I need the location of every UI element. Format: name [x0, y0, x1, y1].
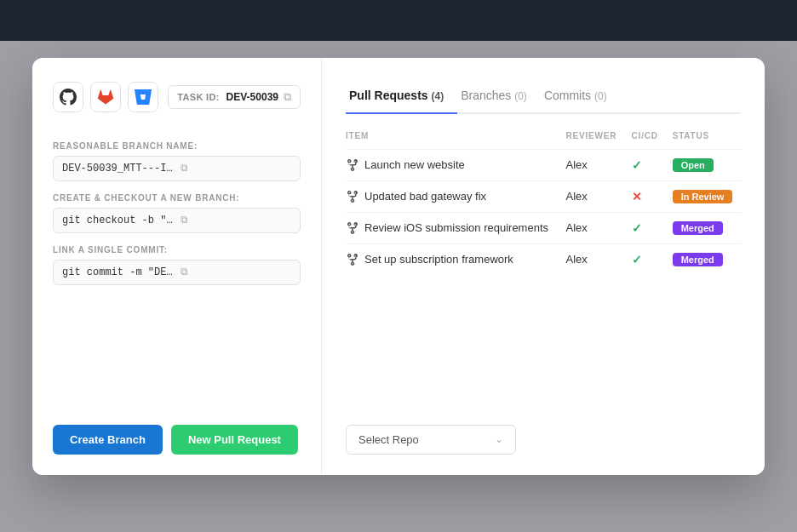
- status-badge: In Review: [673, 190, 733, 203]
- tab-branches[interactable]: Branches (0): [457, 82, 541, 114]
- pr-merge-icon: [346, 221, 359, 235]
- tab-branches-label: Branches: [461, 89, 511, 102]
- commit-value: git commit -m "DEV-50039 - MTT - Indicat…: [62, 266, 174, 278]
- table-row[interactable]: Review iOS submission requirements Alex✓…: [346, 212, 741, 243]
- branch-name-value: DEV-50039_MTT---Indicate-which-users-c..…: [62, 163, 174, 174]
- pr-title-cell-1: Updated bad gateway fix: [346, 180, 559, 212]
- task-id-copy-icon[interactable]: ⧉: [284, 90, 291, 104]
- tab-commits[interactable]: Commits (0): [541, 82, 621, 114]
- pr-table: ITEM REVIEWER CI/CD STATUS Launch new we…: [346, 131, 741, 275]
- task-id-label: TASK ID:: [177, 92, 219, 102]
- pr-reviewer-3: Alex: [559, 243, 624, 275]
- col-item: ITEM: [346, 131, 559, 150]
- modal: TASK ID: DEV-50039 ⧉ REASONABLE BRANCH N…: [32, 58, 765, 475]
- pr-title-cell-3: Set up subscription framework: [346, 243, 559, 275]
- chevron-down-icon: ⌄: [495, 433, 503, 445]
- pr-status-0: Open: [666, 149, 741, 180]
- pr-merge-icon: [346, 253, 359, 266]
- checkout-value: git checkout -b "DEV-50039_MTT---Indica.…: [62, 215, 174, 226]
- ci-pass-icon: ✓: [632, 221, 642, 235]
- table-row[interactable]: Set up subscription framework Alex✓Merge…: [346, 243, 741, 275]
- icon-row: TASK ID: DEV-50039 ⧉: [53, 82, 301, 112]
- pr-title: Updated bad gateway fix: [364, 190, 486, 203]
- commit-field: git commit -m "DEV-50039 - MTT - Indicat…: [53, 260, 301, 285]
- pr-status-2: Merged: [666, 212, 741, 243]
- col-reviewer: REVIEWER: [559, 131, 624, 150]
- checkout-field: git checkout -b "DEV-50039_MTT---Indica.…: [53, 208, 301, 233]
- pr-cicd-3: ✓: [625, 243, 666, 275]
- new-pull-request-button[interactable]: New Pull Request: [171, 425, 298, 455]
- col-status: STATUS: [666, 131, 741, 150]
- task-id-box: TASK ID: DEV-50039 ⧉: [168, 85, 301, 109]
- commit-copy-icon[interactable]: ⧉: [181, 266, 292, 278]
- ci-pass-icon: ✓: [632, 158, 642, 172]
- commit-label: LINK A SINGLE COMMIT:: [53, 245, 301, 255]
- pr-title-cell-0: Launch new website: [346, 149, 559, 180]
- status-badge: Merged: [673, 221, 723, 235]
- tab-pr-label: Pull Requests: [349, 89, 428, 102]
- bottom-row: Select Repo ⌄: [346, 408, 741, 455]
- task-id-value: DEV-50039: [226, 91, 278, 103]
- pr-cicd-2: ✓: [625, 212, 666, 243]
- pr-title-cell-2: Review iOS submission requirements: [346, 212, 559, 243]
- ci-pass-icon: ✓: [632, 253, 642, 266]
- checkout-label: CREATE & CHECKOUT A NEW BRANCH:: [53, 193, 301, 203]
- pr-reviewer-2: Alex: [559, 212, 624, 243]
- branch-name-label: REASONABLE BRANCH NAME:: [53, 141, 301, 151]
- tab-branches-count: (0): [514, 90, 527, 102]
- github-icon-button[interactable]: [53, 82, 83, 112]
- tabs-row: Pull Requests (4) Branches (0) Commits (…: [346, 82, 741, 114]
- status-badge: Open: [673, 158, 714, 172]
- pr-title: Set up subscription framework: [364, 253, 513, 266]
- tab-commits-count: (0): [594, 90, 607, 102]
- gitlab-icon-button[interactable]: [90, 82, 121, 112]
- bottom-buttons: Create Branch New Pull Request: [53, 425, 301, 455]
- checkout-copy-icon[interactable]: ⧉: [181, 215, 292, 226]
- create-branch-button[interactable]: Create Branch: [53, 425, 163, 455]
- table-row[interactable]: Updated bad gateway fix Alex✕In Review: [346, 180, 741, 212]
- left-panel: TASK ID: DEV-50039 ⧉ REASONABLE BRANCH N…: [32, 58, 322, 475]
- pr-reviewer-0: Alex: [559, 149, 624, 180]
- pr-cicd-0: ✓: [625, 149, 666, 180]
- repo-select-label: Select Repo: [358, 433, 419, 446]
- status-badge: Merged: [673, 253, 723, 266]
- bitbucket-icon-button[interactable]: [128, 82, 158, 112]
- pr-cicd-1: ✕: [625, 180, 666, 212]
- tab-commits-label: Commits: [544, 89, 591, 102]
- pr-status-3: Merged: [666, 243, 741, 275]
- table-row[interactable]: Launch new website Alex✓Open: [346, 149, 741, 180]
- pr-merge-icon: [346, 190, 359, 203]
- pr-reviewer-1: Alex: [559, 180, 624, 212]
- ci-fail-icon: ✕: [632, 190, 642, 203]
- tab-pull-requests[interactable]: Pull Requests (4): [346, 82, 457, 114]
- pr-title: Review iOS submission requirements: [364, 221, 548, 234]
- right-panel: Pull Requests (4) Branches (0) Commits (…: [322, 58, 765, 475]
- branch-name-field: DEV-50039_MTT---Indicate-which-users-c..…: [53, 156, 301, 181]
- pr-status-1: In Review: [666, 180, 741, 212]
- col-cicd: CI/CD: [625, 131, 666, 150]
- modal-overlay: TASK ID: DEV-50039 ⧉ REASONABLE BRANCH N…: [0, 0, 797, 532]
- branch-name-copy-icon[interactable]: ⧉: [181, 163, 292, 174]
- repo-select[interactable]: Select Repo ⌄: [346, 425, 516, 455]
- pr-merge-icon: [346, 158, 359, 172]
- tab-pr-count: (4): [431, 90, 444, 102]
- pr-title: Launch new website: [364, 158, 465, 171]
